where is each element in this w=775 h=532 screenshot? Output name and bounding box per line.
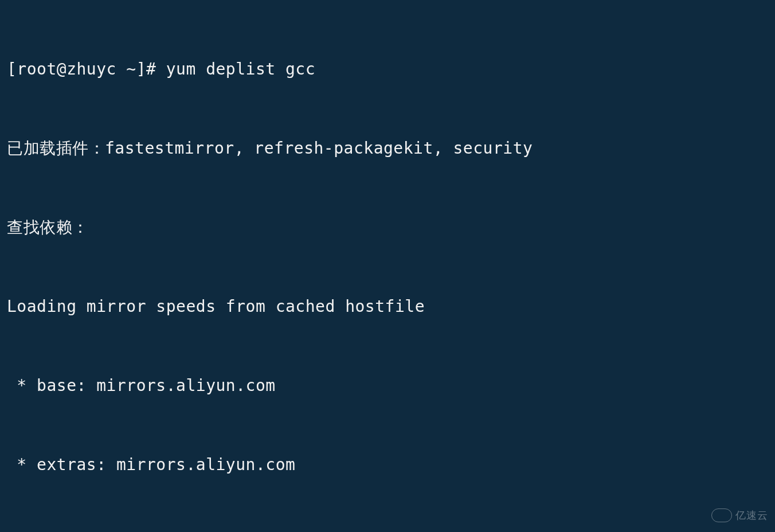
- output-loading-mirror: Loading mirror speeds from cached hostfi…: [7, 294, 768, 320]
- output-mirror-base: * base: mirrors.aliyun.com: [7, 373, 768, 399]
- watermark: 亿速云: [711, 502, 768, 529]
- output-finding-deps: 查找依赖：: [7, 214, 768, 241]
- shell-command: yum deplist gcc: [166, 60, 315, 79]
- watermark-text: 亿速云: [735, 502, 768, 529]
- shell-prompt: [root@zhuyc ~]#: [7, 60, 166, 79]
- cloud-icon: [711, 508, 732, 522]
- output-plugins: 已加载插件：fastestmirror, refresh-packagekit,…: [7, 135, 768, 162]
- terminal-window[interactable]: [root@zhuyc ~]# yum deplist gcc 已加载插件：fa…: [0, 0, 775, 532]
- output-mirror-extras: * extras: mirrors.aliyun.com: [7, 452, 768, 478]
- command-line: [root@zhuyc ~]# yum deplist gcc: [7, 56, 768, 83]
